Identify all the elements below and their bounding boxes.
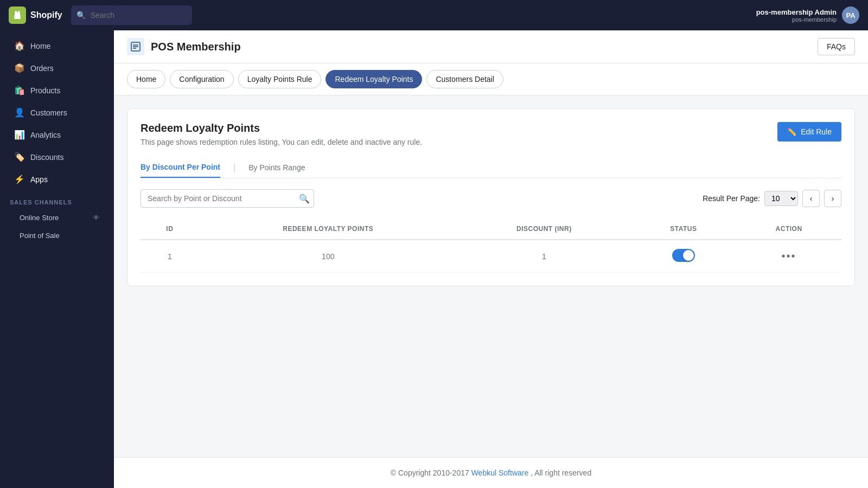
pagination-area: Result Per Page: 10 25 50 100 ‹ › [703, 190, 841, 207]
result-per-page-select[interactable]: 10 25 50 100 [764, 191, 798, 206]
sub-tabs: By Discount Per Point | By Points Range [141, 157, 841, 178]
sidebar-item-point-of-sale[interactable]: Point of Sale [4, 227, 110, 244]
col-header-discount: DISCOUNT (INR) [457, 219, 631, 240]
prev-page-button[interactable]: ‹ [802, 190, 820, 207]
table-search-button[interactable]: 🔍 [299, 194, 310, 204]
footer-text: © Copyright 2010-2017 [391, 468, 471, 477]
col-header-status: STATUS [631, 219, 736, 240]
user-info: pos-membership Admin pos-membership [756, 8, 837, 23]
edit-icon: ✏️ [787, 127, 796, 136]
sales-channels-label: SALES CHANNELS [0, 190, 114, 209]
cell-points: 100 [199, 240, 457, 273]
sub-tab-by-discount-per-point[interactable]: By Discount Per Point [141, 157, 220, 178]
table-body: 1 100 1 ••• [141, 240, 841, 273]
user-name: pos-membership Admin [756, 8, 837, 16]
home-icon: 🏠 [14, 41, 25, 51]
sidebar-label-orders: Orders [30, 64, 54, 73]
toggle-track [672, 249, 695, 262]
sidebar-label-analytics: Analytics [30, 131, 61, 139]
tab-loyalty-points-rule[interactable]: Loyalty Points Rule [238, 70, 322, 88]
edit-rule-button[interactable]: ✏️ Edit Rule [777, 122, 841, 142]
sidebar-item-orders[interactable]: 📦 Orders [4, 57, 110, 79]
sidebar-item-apps[interactable]: ⚡ Apps [4, 169, 110, 190]
app-title-area: POS Membership [127, 38, 241, 55]
sidebar-label-customers: Customers [30, 108, 67, 117]
tab-home[interactable]: Home [127, 70, 165, 88]
sidebar-item-home[interactable]: 🏠 Home [4, 35, 110, 56]
main-layout: 🏠 Home 📦 Orders 🛍️ Products 👤 Customers … [0, 30, 868, 488]
sidebar-item-online-store[interactable]: Online Store 👁 [4, 209, 110, 226]
table-row: 1 100 1 ••• [141, 240, 841, 273]
search-icon: 🔍 [76, 11, 86, 20]
point-of-sale-label: Point of Sale [20, 232, 60, 240]
tab-configuration[interactable]: Configuration [170, 70, 233, 88]
sub-tab-divider: | [233, 163, 235, 172]
sidebar: 🏠 Home 📦 Orders 🛍️ Products 👤 Customers … [0, 30, 114, 488]
table-head: ID REDEEM LOYALTY POINTS DISCOUNT (INR) … [141, 219, 841, 240]
online-store-label: Online Store [20, 214, 59, 222]
section-header: Redeem Loyalty Points This page shows re… [141, 122, 841, 146]
sidebar-label-home: Home [30, 42, 50, 50]
footer-suffix: , All right reserved [531, 468, 591, 477]
table-search-wrap: 🔍 [141, 189, 314, 208]
products-icon: 🛍️ [14, 85, 25, 95]
section-title-area: Redeem Loyalty Points This page shows re… [141, 122, 422, 146]
tab-redeem-loyalty-points[interactable]: Redeem Loyalty Points [326, 70, 422, 88]
main-content: POS Membership FAQs Home Configuration L… [114, 30, 868, 488]
orders-icon: 📦 [14, 63, 25, 73]
footer-link[interactable]: Webkul Software [471, 468, 529, 477]
cell-status [631, 240, 736, 273]
section-description: This page shows redemption rules listing… [141, 138, 422, 146]
sidebar-item-discounts[interactable]: 🏷️ Discounts [4, 146, 110, 168]
col-header-redeem-points: REDEEM LOYALTY POINTS [199, 219, 457, 240]
sidebar-label-products: Products [30, 86, 60, 95]
col-header-action: ACTION [736, 219, 841, 240]
eye-icon: 👁 [93, 214, 100, 222]
sub-tab-by-points-range[interactable]: By Points Range [248, 158, 305, 177]
status-toggle[interactable] [672, 249, 695, 262]
data-table: ID REDEEM LOYALTY POINTS DISCOUNT (INR) … [141, 219, 841, 273]
brand-logo[interactable]: shopify [9, 7, 62, 24]
page-footer: © Copyright 2010-2017 Webkul Software , … [114, 457, 868, 488]
shopify-bag-icon [9, 7, 26, 24]
apps-icon: ⚡ [14, 174, 25, 184]
section-title: Redeem Loyalty Points [141, 122, 422, 134]
global-search-input[interactable] [71, 5, 192, 25]
customers-icon: 👤 [14, 107, 25, 118]
cell-discount: 1 [457, 240, 631, 273]
col-header-id: ID [141, 219, 199, 240]
user-area: pos-membership Admin pos-membership PA [756, 7, 859, 24]
user-avatar[interactable]: PA [842, 7, 859, 24]
sidebar-label-apps: Apps [30, 175, 48, 184]
app-header: POS Membership FAQs [114, 30, 868, 63]
edit-rule-label: Edit Rule [801, 127, 832, 136]
app-title: POS Membership [151, 41, 241, 53]
analytics-icon: 📊 [14, 130, 25, 140]
cell-id: 1 [141, 240, 199, 273]
faqs-button[interactable]: FAQs [818, 38, 855, 55]
sidebar-item-products[interactable]: 🛍️ Products [4, 80, 110, 101]
cell-action: ••• [736, 240, 841, 273]
toggle-thumb [683, 250, 694, 261]
tab-customers-detail[interactable]: Customers Detail [426, 70, 503, 88]
next-page-button[interactable]: › [824, 190, 841, 207]
brand-name: shopify [30, 10, 62, 20]
sidebar-item-analytics[interactable]: 📊 Analytics [4, 124, 110, 145]
page-body: Redeem Loyalty Points This page shows re… [114, 95, 868, 457]
table-search-input[interactable] [141, 189, 314, 208]
search-wrapper: 🔍 [71, 5, 748, 25]
tabs-bar: Home Configuration Loyalty Points Rule R… [114, 63, 868, 95]
result-per-page-label: Result Per Page: [703, 194, 760, 203]
user-sub: pos-membership [756, 16, 837, 23]
sidebar-item-customers[interactable]: 👤 Customers [4, 102, 110, 123]
discounts-icon: 🏷️ [14, 152, 25, 162]
app-icon [127, 38, 144, 55]
section-card: Redeem Loyalty Points This page shows re… [127, 108, 855, 286]
sidebar-label-discounts: Discounts [30, 153, 63, 162]
action-menu-button[interactable]: ••• [782, 250, 796, 262]
top-nav: shopify 🔍 pos-membership Admin pos-membe… [0, 0, 868, 30]
table-toolbar: 🔍 Result Per Page: 10 25 50 100 ‹ › [141, 189, 841, 208]
